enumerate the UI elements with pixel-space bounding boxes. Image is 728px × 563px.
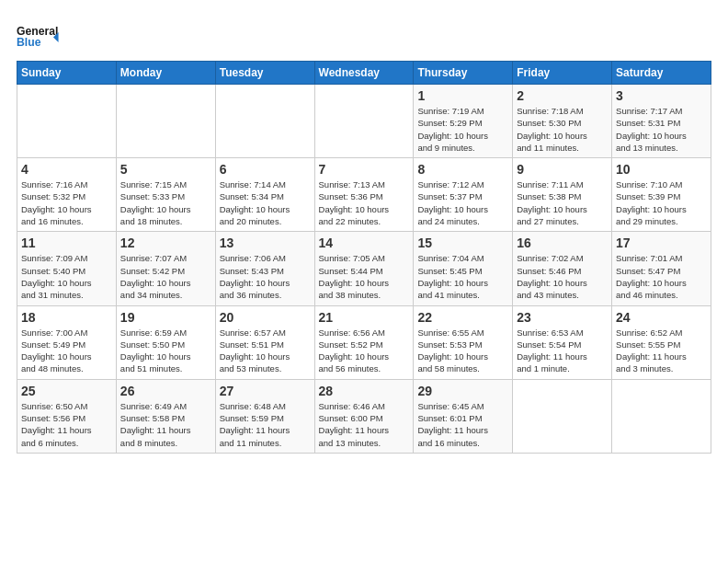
cell-w2-d3: 14Sunrise: 7:05 AM Sunset: 5:44 PM Dayli… — [314, 232, 414, 305]
day-number: 20 — [220, 310, 311, 325]
day-number: 18 — [21, 310, 112, 325]
day-number: 5 — [120, 162, 211, 177]
day-info: Sunrise: 6:45 AM Sunset: 6:01 PM Dayligh… — [417, 400, 508, 449]
day-number: 1 — [417, 88, 508, 103]
cell-w1-d2: 6Sunrise: 7:14 AM Sunset: 5:34 PM Daylig… — [215, 158, 314, 232]
cell-w4-d0: 25Sunrise: 6:50 AM Sunset: 5:56 PM Dayli… — [17, 379, 117, 453]
day-number: 21 — [319, 310, 410, 325]
logo-image: General Blue — [17, 17, 63, 53]
col-thursday: Thursday — [414, 62, 513, 85]
cell-w1-d0: 4Sunrise: 7:16 AM Sunset: 5:32 PM Daylig… — [17, 158, 117, 232]
col-sunday: Sunday — [17, 62, 117, 85]
header-row: Sunday Monday Tuesday Wednesday Thursday… — [17, 62, 711, 85]
day-number: 2 — [517, 88, 608, 103]
day-number: 28 — [319, 384, 410, 398]
day-info: Sunrise: 7:04 AM Sunset: 5:45 PM Dayligh… — [417, 252, 508, 301]
day-info: Sunrise: 7:18 AM Sunset: 5:30 PM Dayligh… — [517, 105, 608, 154]
day-info: Sunrise: 6:55 AM Sunset: 5:53 PM Dayligh… — [417, 327, 508, 375]
day-info: Sunrise: 6:52 AM Sunset: 5:55 PM Dayligh… — [616, 327, 707, 375]
col-saturday: Saturday — [612, 62, 711, 85]
day-number: 15 — [417, 236, 508, 250]
week-row-1: 1Sunrise: 7:19 AM Sunset: 5:29 PM Daylig… — [17, 85, 711, 158]
cell-w0-d0 — [17, 85, 117, 158]
day-info: Sunrise: 7:19 AM Sunset: 5:29 PM Dayligh… — [417, 105, 508, 154]
cell-w0-d6: 3Sunrise: 7:17 AM Sunset: 5:31 PM Daylig… — [612, 85, 711, 158]
calendar-header: Sunday Monday Tuesday Wednesday Thursday… — [17, 62, 711, 85]
day-number: 22 — [417, 310, 508, 325]
day-number: 27 — [220, 384, 311, 398]
cell-w4-d6 — [612, 379, 711, 453]
day-number: 8 — [417, 162, 508, 177]
week-row-3: 11Sunrise: 7:09 AM Sunset: 5:40 PM Dayli… — [17, 232, 711, 305]
day-info: Sunrise: 7:12 AM Sunset: 5:37 PM Dayligh… — [417, 178, 508, 227]
header: General Blue — [17, 17, 711, 53]
day-number: 24 — [616, 310, 707, 325]
day-number: 10 — [616, 162, 707, 177]
cell-w4-d3: 28Sunrise: 6:46 AM Sunset: 6:00 PM Dayli… — [314, 379, 414, 453]
cell-w1-d6: 10Sunrise: 7:10 AM Sunset: 5:39 PM Dayli… — [612, 158, 711, 232]
day-number: 25 — [21, 384, 112, 398]
day-number: 7 — [319, 162, 410, 177]
day-info: Sunrise: 6:50 AM Sunset: 5:56 PM Dayligh… — [21, 400, 112, 449]
cell-w3-d0: 18Sunrise: 7:00 AM Sunset: 5:49 PM Dayli… — [17, 305, 117, 379]
cell-w3-d5: 23Sunrise: 6:53 AM Sunset: 5:54 PM Dayli… — [513, 305, 612, 379]
day-number: 17 — [616, 236, 707, 250]
cell-w2-d1: 12Sunrise: 7:07 AM Sunset: 5:42 PM Dayli… — [116, 232, 215, 305]
day-number: 23 — [517, 310, 608, 325]
cell-w2-d6: 17Sunrise: 7:01 AM Sunset: 5:47 PM Dayli… — [612, 232, 711, 305]
day-number: 6 — [220, 162, 311, 177]
day-info: Sunrise: 6:56 AM Sunset: 5:52 PM Dayligh… — [319, 327, 410, 375]
day-number: 16 — [517, 236, 608, 250]
cell-w0-d5: 2Sunrise: 7:18 AM Sunset: 5:30 PM Daylig… — [513, 85, 612, 158]
day-info: Sunrise: 6:57 AM Sunset: 5:51 PM Dayligh… — [220, 327, 311, 375]
cell-w1-d1: 5Sunrise: 7:15 AM Sunset: 5:33 PM Daylig… — [116, 158, 215, 232]
day-number: 29 — [417, 384, 508, 398]
cell-w2-d2: 13Sunrise: 7:06 AM Sunset: 5:43 PM Dayli… — [215, 232, 314, 305]
calendar-table: Sunday Monday Tuesday Wednesday Thursday… — [17, 61, 711, 454]
day-number: 14 — [319, 236, 410, 250]
day-info: Sunrise: 6:59 AM Sunset: 5:50 PM Dayligh… — [120, 327, 211, 375]
week-row-4: 18Sunrise: 7:00 AM Sunset: 5:49 PM Dayli… — [17, 305, 711, 379]
col-monday: Monday — [116, 62, 215, 85]
cell-w3-d2: 20Sunrise: 6:57 AM Sunset: 5:51 PM Dayli… — [215, 305, 314, 379]
cell-w4-d1: 26Sunrise: 6:49 AM Sunset: 5:58 PM Dayli… — [116, 379, 215, 453]
day-number: 13 — [220, 236, 311, 250]
day-info: Sunrise: 7:02 AM Sunset: 5:46 PM Dayligh… — [517, 252, 608, 301]
day-info: Sunrise: 7:15 AM Sunset: 5:33 PM Dayligh… — [120, 178, 211, 227]
col-wednesday: Wednesday — [314, 62, 414, 85]
page: General Blue Sunday Monday Tuesday Wedne… — [0, 0, 728, 563]
week-row-2: 4Sunrise: 7:16 AM Sunset: 5:32 PM Daylig… — [17, 158, 711, 232]
day-number: 19 — [120, 310, 211, 325]
day-number: 3 — [616, 88, 707, 103]
cell-w1-d5: 9Sunrise: 7:11 AM Sunset: 5:38 PM Daylig… — [513, 158, 612, 232]
day-info: Sunrise: 7:13 AM Sunset: 5:36 PM Dayligh… — [319, 178, 410, 227]
cell-w3-d4: 22Sunrise: 6:55 AM Sunset: 5:53 PM Dayli… — [414, 305, 513, 379]
day-info: Sunrise: 7:01 AM Sunset: 5:47 PM Dayligh… — [616, 252, 707, 301]
cell-w2-d4: 15Sunrise: 7:04 AM Sunset: 5:45 PM Dayli… — [414, 232, 513, 305]
day-info: Sunrise: 7:14 AM Sunset: 5:34 PM Dayligh… — [220, 178, 311, 227]
cell-w2-d5: 16Sunrise: 7:02 AM Sunset: 5:46 PM Dayli… — [513, 232, 612, 305]
day-info: Sunrise: 7:07 AM Sunset: 5:42 PM Dayligh… — [120, 252, 211, 301]
day-info: Sunrise: 7:16 AM Sunset: 5:32 PM Dayligh… — [21, 178, 112, 227]
day-info: Sunrise: 7:17 AM Sunset: 5:31 PM Dayligh… — [616, 105, 707, 154]
cell-w1-d4: 8Sunrise: 7:12 AM Sunset: 5:37 PM Daylig… — [414, 158, 513, 232]
cell-w0-d2 — [215, 85, 314, 158]
cell-w0-d4: 1Sunrise: 7:19 AM Sunset: 5:29 PM Daylig… — [414, 85, 513, 158]
cell-w4-d4: 29Sunrise: 6:45 AM Sunset: 6:01 PM Dayli… — [414, 379, 513, 453]
day-info: Sunrise: 7:10 AM Sunset: 5:39 PM Dayligh… — [616, 178, 707, 227]
day-number: 26 — [120, 384, 211, 398]
cell-w0-d1 — [116, 85, 215, 158]
day-info: Sunrise: 7:05 AM Sunset: 5:44 PM Dayligh… — [319, 252, 410, 301]
cell-w4-d5 — [513, 379, 612, 453]
day-number: 4 — [21, 162, 112, 177]
cell-w3-d6: 24Sunrise: 6:52 AM Sunset: 5:55 PM Dayli… — [612, 305, 711, 379]
day-info: Sunrise: 7:09 AM Sunset: 5:40 PM Dayligh… — [21, 252, 112, 301]
day-info: Sunrise: 6:53 AM Sunset: 5:54 PM Dayligh… — [517, 327, 608, 375]
svg-text:Blue: Blue — [17, 37, 41, 50]
day-info: Sunrise: 7:11 AM Sunset: 5:38 PM Dayligh… — [517, 178, 608, 227]
calendar-body: 1Sunrise: 7:19 AM Sunset: 5:29 PM Daylig… — [17, 85, 711, 454]
day-info: Sunrise: 7:00 AM Sunset: 5:49 PM Dayligh… — [21, 327, 112, 375]
day-info: Sunrise: 7:06 AM Sunset: 5:43 PM Dayligh… — [220, 252, 311, 301]
day-info: Sunrise: 6:48 AM Sunset: 5:59 PM Dayligh… — [220, 400, 311, 449]
day-number: 9 — [517, 162, 608, 177]
